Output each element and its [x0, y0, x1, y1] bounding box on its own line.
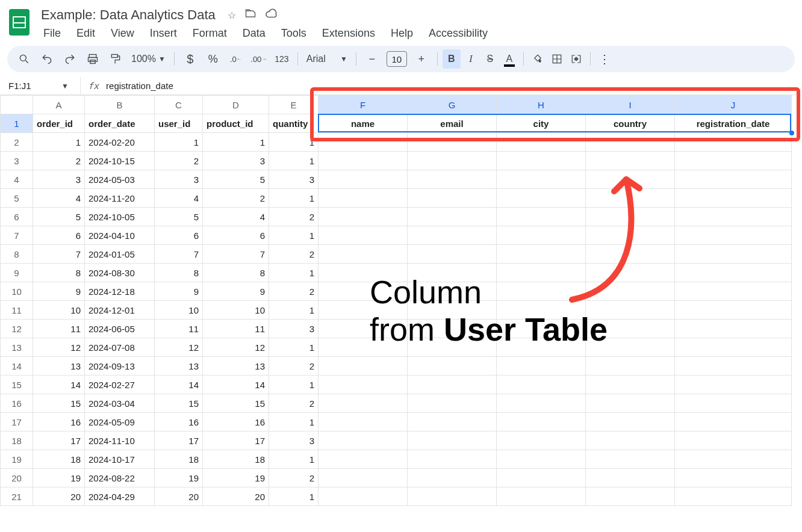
- cell-A10[interactable]: 9: [33, 282, 85, 301]
- cell-E14[interactable]: 2: [269, 357, 319, 376]
- cell-H15[interactable]: [497, 376, 586, 394]
- redo-icon[interactable]: [59, 49, 81, 69]
- cell-B11[interactable]: 2024-12-01: [85, 301, 155, 320]
- menu-accessibility[interactable]: Accessibility: [423, 25, 494, 42]
- cell-J19[interactable]: [675, 450, 792, 469]
- col-header-E[interactable]: E: [269, 96, 319, 114]
- row-header-10[interactable]: 10: [1, 282, 33, 301]
- selection-handle[interactable]: [789, 131, 794, 135]
- cell-I20[interactable]: [586, 469, 675, 487]
- cell-A4[interactable]: 3: [33, 170, 85, 189]
- cell-C10[interactable]: 9: [155, 282, 203, 301]
- cell-E2[interactable]: 1: [269, 133, 319, 152]
- cell-C21[interactable]: 20: [155, 487, 203, 506]
- cell-D7[interactable]: 6: [203, 226, 269, 245]
- cell-F6[interactable]: [319, 208, 408, 226]
- cell-D19[interactable]: 18: [203, 450, 269, 469]
- cell-G4[interactable]: [408, 170, 497, 189]
- cell-C14[interactable]: 13: [155, 357, 203, 376]
- cell-I17[interactable]: [586, 413, 675, 431]
- bold-button[interactable]: B: [443, 49, 461, 69]
- cell-J5[interactable]: [675, 189, 792, 208]
- italic-button[interactable]: I: [462, 49, 480, 69]
- cell-H2[interactable]: [497, 133, 586, 152]
- formula-bar-input[interactable]: [106, 81, 802, 91]
- cell-B14[interactable]: 2024-09-13: [85, 357, 155, 376]
- cell-J2[interactable]: [675, 133, 792, 152]
- cell-A3[interactable]: 2: [33, 152, 85, 170]
- cell-I1[interactable]: country: [586, 114, 675, 133]
- cell-F4[interactable]: [319, 170, 408, 189]
- row-header-17[interactable]: 17: [1, 413, 33, 431]
- cell-A14[interactable]: 13: [33, 357, 85, 376]
- menu-file[interactable]: File: [37, 25, 67, 42]
- cell-A16[interactable]: 15: [33, 394, 85, 413]
- move-icon[interactable]: [244, 8, 256, 22]
- cell-G16[interactable]: [408, 394, 497, 413]
- cell-J21[interactable]: [675, 487, 792, 506]
- fill-color-button[interactable]: [529, 49, 547, 69]
- cell-F18[interactable]: [319, 431, 408, 450]
- cell-J13[interactable]: [675, 338, 792, 357]
- cell-H1[interactable]: city: [497, 114, 586, 133]
- cell-B19[interactable]: 2024-10-17: [85, 450, 155, 469]
- row-header-16[interactable]: 16: [1, 394, 33, 413]
- cell-B4[interactable]: 2024-05-03: [85, 170, 155, 189]
- cell-C7[interactable]: 6: [155, 226, 203, 245]
- merge-cells-button[interactable]: [567, 49, 585, 69]
- cell-G20[interactable]: [408, 469, 497, 487]
- col-header-G[interactable]: G: [408, 96, 497, 114]
- font-family-select[interactable]: Arial▼: [303, 54, 351, 64]
- cell-G1[interactable]: email: [408, 114, 497, 133]
- cell-C13[interactable]: 12: [155, 338, 203, 357]
- cell-E16[interactable]: 2: [269, 394, 319, 413]
- cell-C11[interactable]: 10: [155, 301, 203, 320]
- more-toolbar-icon[interactable]: ⋮: [595, 49, 614, 69]
- app-logo[interactable]: [7, 6, 31, 39]
- cell-D4[interactable]: 5: [203, 170, 269, 189]
- cell-H21[interactable]: [497, 487, 586, 506]
- cell-I7[interactable]: [586, 226, 675, 245]
- cell-E17[interactable]: 1: [269, 413, 319, 431]
- cloud-saved-icon[interactable]: [265, 7, 278, 23]
- cell-C16[interactable]: 15: [155, 394, 203, 413]
- cell-C15[interactable]: 14: [155, 376, 203, 394]
- cell-D21[interactable]: 20: [203, 487, 269, 506]
- cell-A19[interactable]: 18: [33, 450, 85, 469]
- cell-E19[interactable]: 1: [269, 450, 319, 469]
- cell-E1[interactable]: quantity: [269, 114, 319, 133]
- cell-E6[interactable]: 2: [269, 208, 319, 226]
- cell-F3[interactable]: [319, 152, 408, 170]
- cell-I16[interactable]: [586, 394, 675, 413]
- cell-A1[interactable]: order_id: [33, 114, 85, 133]
- row-header-13[interactable]: 13: [1, 338, 33, 357]
- cell-D2[interactable]: 1: [203, 133, 269, 152]
- col-header-H[interactable]: H: [497, 96, 586, 114]
- cell-C17[interactable]: 16: [155, 413, 203, 431]
- menu-insert[interactable]: Insert: [144, 25, 183, 42]
- decrease-font-icon[interactable]: −: [361, 49, 383, 69]
- cell-B16[interactable]: 2024-03-04: [85, 394, 155, 413]
- cell-C12[interactable]: 11: [155, 320, 203, 338]
- cell-J16[interactable]: [675, 394, 792, 413]
- print-icon[interactable]: [82, 49, 104, 69]
- cell-E5[interactable]: 1: [269, 189, 319, 208]
- col-header-D[interactable]: D: [203, 96, 269, 114]
- cell-J9[interactable]: [675, 264, 792, 282]
- cell-F17[interactable]: [319, 413, 408, 431]
- cell-G3[interactable]: [408, 152, 497, 170]
- col-header-B[interactable]: B: [85, 96, 155, 114]
- cell-H17[interactable]: [497, 413, 586, 431]
- col-header-A[interactable]: A: [33, 96, 85, 114]
- borders-button[interactable]: [548, 49, 566, 69]
- cell-B21[interactable]: 2024-04-29: [85, 487, 155, 506]
- percent-icon[interactable]: %: [202, 49, 224, 69]
- cell-B12[interactable]: 2024-06-05: [85, 320, 155, 338]
- cell-A15[interactable]: 14: [33, 376, 85, 394]
- cell-G2[interactable]: [408, 133, 497, 152]
- zoom-select[interactable]: 100%▼: [128, 54, 169, 64]
- cell-E7[interactable]: 1: [269, 226, 319, 245]
- row-header-9[interactable]: 9: [1, 264, 33, 282]
- font-size-input[interactable]: [387, 51, 407, 67]
- cell-I14[interactable]: [586, 357, 675, 376]
